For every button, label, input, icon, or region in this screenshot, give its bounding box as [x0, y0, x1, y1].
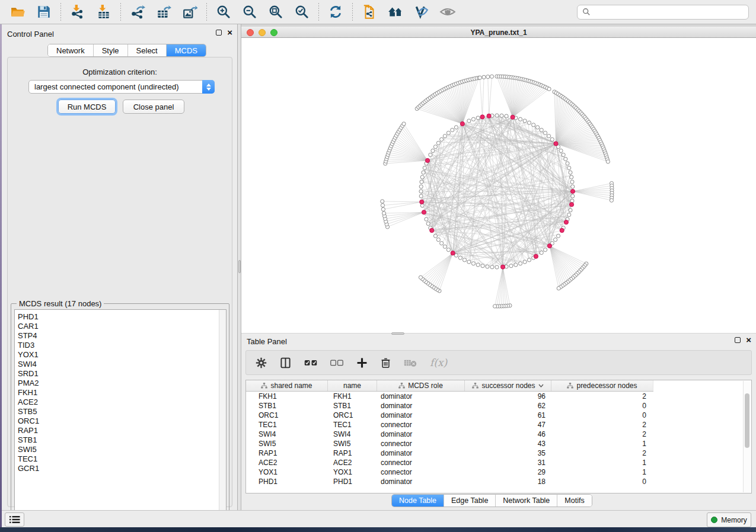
- graph-node[interactable]: [481, 264, 484, 268]
- tab-network[interactable]: Network: [48, 44, 94, 56]
- graph-node[interactable]: [518, 117, 522, 121]
- criterion-dropdown[interactable]: largest connected component (undirected): [28, 80, 215, 94]
- graph-node[interactable]: [381, 200, 384, 203]
- graph-node[interactable]: [423, 166, 426, 169]
- table-cell[interactable]: TEC1: [328, 421, 377, 429]
- graph-node[interactable]: [443, 245, 446, 248]
- graph-node[interactable]: [381, 207, 385, 211]
- graph-node[interactable]: [433, 145, 437, 149]
- result-list-item[interactable]: SWI5: [18, 445, 226, 454]
- graph-node[interactable]: [562, 153, 565, 156]
- open-folder-icon[interactable]: [9, 3, 27, 21]
- result-list-item[interactable]: STP4: [18, 331, 226, 341]
- table-cell[interactable]: YOX1: [328, 468, 377, 476]
- graph-hub-node[interactable]: [430, 228, 434, 232]
- table-cell[interactable]: STB1: [328, 402, 377, 410]
- columns-icon[interactable]: [280, 357, 291, 368]
- column-header-name[interactable]: name: [328, 380, 377, 391]
- table-cell[interactable]: dominator: [377, 411, 465, 419]
- delete-column-icon[interactable]: [381, 357, 391, 368]
- table-cell[interactable]: 61: [465, 411, 551, 419]
- graph-node[interactable]: [495, 265, 499, 269]
- graph-node[interactable]: [569, 171, 572, 174]
- result-list-item[interactable]: TEC1: [18, 454, 226, 464]
- graph-node[interactable]: [557, 287, 560, 290]
- result-list-item[interactable]: SRD1: [18, 369, 226, 379]
- splitter-grip[interactable]: [238, 260, 241, 273]
- export-table-icon[interactable]: [155, 3, 173, 21]
- graph-node[interactable]: [543, 131, 547, 134]
- graph-node[interactable]: [462, 258, 466, 262]
- table-cell[interactable]: SWI4: [328, 430, 377, 438]
- select-all-checkboxes-icon[interactable]: [304, 358, 317, 367]
- table-row[interactable]: YOX1YOX1connector291: [246, 467, 744, 477]
- network-graph[interactable]: [241, 38, 756, 333]
- graph-node[interactable]: [426, 222, 430, 225]
- graph-hub-node[interactable]: [460, 121, 464, 126]
- table-row[interactable]: TEC1TEC1connector472: [246, 420, 744, 430]
- graph-node[interactable]: [436, 141, 440, 145]
- graph-node[interactable]: [527, 258, 531, 262]
- graph-node[interactable]: [471, 262, 475, 265]
- table-row[interactable]: FKH1FKH1dominator962: [246, 392, 744, 401]
- graph-node[interactable]: [486, 265, 489, 268]
- table-row[interactable]: PHD1PHD1dominator180: [246, 477, 744, 486]
- graph-hub-node[interactable]: [534, 254, 538, 258]
- graph-node[interactable]: [443, 134, 446, 138]
- graph-node[interactable]: [566, 162, 569, 165]
- graph-node[interactable]: [486, 75, 490, 78]
- graph-hub-node[interactable]: [480, 115, 484, 119]
- result-list-item[interactable]: GCR1: [18, 464, 226, 473]
- graph-node[interactable]: [454, 126, 458, 129]
- graph-node[interactable]: [490, 75, 493, 78]
- graph-node[interactable]: [571, 194, 575, 198]
- graph-node[interactable]: [567, 213, 571, 216]
- result-list-item[interactable]: YOX1: [18, 350, 226, 360]
- graph-node[interactable]: [446, 248, 450, 252]
- table-cell[interactable]: SWI4: [246, 430, 328, 438]
- table-cell[interactable]: dominator: [377, 430, 465, 438]
- table-row[interactable]: SWI5SWI5connector431: [246, 439, 744, 448]
- graph-node[interactable]: [543, 248, 547, 252]
- table-cell[interactable]: YOX1: [246, 468, 328, 476]
- table-cell[interactable]: 1: [551, 440, 653, 448]
- network-canvas[interactable]: [241, 38, 756, 333]
- graph-node[interactable]: [419, 190, 423, 193]
- table-row[interactable]: SWI4SWI4dominator462: [246, 430, 744, 439]
- table-cell[interactable]: SWI5: [246, 440, 328, 448]
- table-cell[interactable]: connector: [377, 459, 465, 467]
- graph-node[interactable]: [429, 153, 432, 156]
- graph-node[interactable]: [554, 238, 557, 241]
- graph-hub-node[interactable]: [564, 220, 568, 224]
- graph-node[interactable]: [467, 260, 471, 264]
- memory-button[interactable]: Memory: [707, 512, 751, 527]
- graph-node[interactable]: [505, 114, 508, 118]
- table-cell[interactable]: ORC1: [328, 411, 377, 419]
- table-cell[interactable]: 62: [465, 402, 551, 410]
- graph-node[interactable]: [381, 204, 384, 207]
- graph-node[interactable]: [420, 204, 424, 207]
- table-cell[interactable]: 29: [465, 468, 551, 476]
- table-cell[interactable]: 2: [551, 421, 653, 429]
- task-history-button[interactable]: [5, 512, 24, 527]
- table-cell[interactable]: TEC1: [246, 421, 328, 429]
- graph-node[interactable]: [490, 265, 494, 269]
- table-cell[interactable]: 0: [551, 411, 653, 419]
- result-list-item[interactable]: FKH1: [18, 388, 226, 398]
- graph-node[interactable]: [440, 137, 444, 141]
- tab-select[interactable]: Select: [128, 44, 167, 56]
- graph-hub-node[interactable]: [487, 114, 491, 118]
- column-header-mcds-role[interactable]: MCDS role: [377, 380, 465, 391]
- result-list-item[interactable]: SWI4: [18, 360, 226, 369]
- table-cell[interactable]: ORC1: [246, 411, 328, 419]
- table-row[interactable]: ORC1ORC1dominator610: [246, 411, 744, 420]
- table-cell[interactable]: 31: [465, 459, 551, 467]
- graph-node[interactable]: [476, 116, 480, 120]
- graph-node[interactable]: [422, 171, 425, 174]
- table-cell[interactable]: 47: [465, 421, 551, 429]
- graph-node[interactable]: [518, 262, 522, 265]
- zoom-out-icon[interactable]: [241, 3, 259, 21]
- table-cell[interactable]: 1: [551, 459, 653, 467]
- table-cell[interactable]: connector: [377, 421, 465, 429]
- graph-hub-node[interactable]: [560, 228, 564, 232]
